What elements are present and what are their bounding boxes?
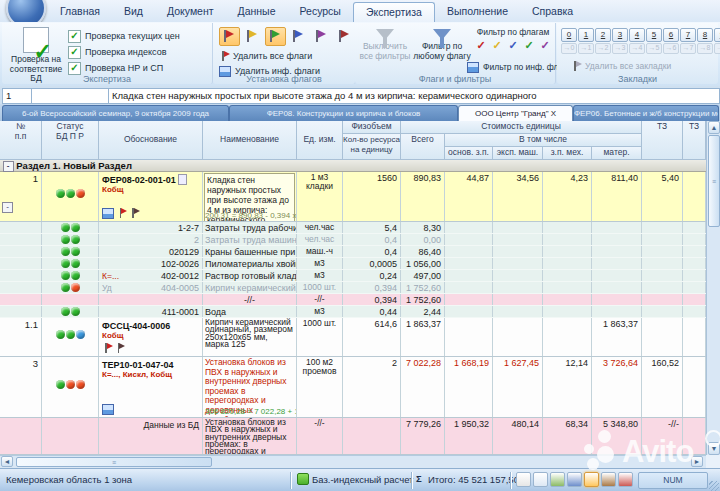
document-tab-2[interactable]: ООО Центр "Гранд" X bbox=[458, 105, 573, 121]
goto-bookmark-button-1[interactable]: →1 bbox=[578, 43, 594, 54]
resource-row[interactable]: 1-2-7Затраты труда рабочих (ср 2,7)чел.ч… bbox=[0, 222, 706, 234]
set-flag-button-5[interactable] bbox=[334, 27, 355, 46]
header-zpm[interactable]: з.п. мех. bbox=[543, 147, 592, 160]
resource-row[interactable]: -//--//-0,3941 752,60 bbox=[0, 294, 706, 306]
goto-bookmark-button-5[interactable]: →5 bbox=[646, 43, 662, 54]
header-justification[interactable]: Обоснование bbox=[99, 121, 203, 160]
edit-bar-value-field[interactable]: Кладка стен наружных простых при высоте … bbox=[108, 88, 720, 104]
goto-bookmark-button-8[interactable]: →8 bbox=[697, 43, 713, 54]
view-mode-icon-4[interactable] bbox=[584, 472, 599, 487]
header-phys-group[interactable]: Физобъем bbox=[343, 121, 401, 134]
filter-by-flags-button[interactable]: Фильтр по флагам bbox=[473, 27, 553, 37]
filter-info-flag-button[interactable]: Фильтр по инф. флагу bbox=[467, 59, 571, 75]
header-cost-group[interactable]: Стоимость единицы bbox=[401, 121, 642, 134]
view-mode-icon-5[interactable] bbox=[601, 472, 616, 487]
goto-bookmark-button-4[interactable]: →4 bbox=[629, 43, 645, 54]
view-mode-icon-2[interactable] bbox=[550, 472, 565, 487]
bookmark-button-5[interactable]: 5 bbox=[646, 28, 662, 42]
ribbon-tab-главная[interactable]: Главная bbox=[48, 2, 112, 22]
ribbon-tab-выполнение[interactable]: Выполнение bbox=[435, 2, 520, 22]
header-ozp[interactable]: основ. з.п. bbox=[445, 147, 493, 160]
ribbon-tab-ресурсы[interactable]: Ресурсы bbox=[288, 2, 353, 22]
set-flag-button-3[interactable] bbox=[288, 27, 309, 46]
bookmark-button-9[interactable]: 9 bbox=[714, 28, 720, 42]
ribbon-tab-экспертиза[interactable]: Экспертиза bbox=[353, 2, 435, 22]
resource-row[interactable]: 102-0026Пиломатериалы хвойных пород. ...… bbox=[0, 258, 706, 270]
estimate-row[interactable]: Данные из БДУстановка блоков из ПВХ в на… bbox=[0, 418, 706, 455]
header-tz[interactable]: ТЗ bbox=[642, 121, 683, 160]
check-current-prices-button[interactable]: ✓ Проверка текущих цен bbox=[68, 28, 180, 44]
header-tz-2[interactable]: ТЗ bbox=[683, 121, 706, 160]
resize-grip[interactable] bbox=[709, 481, 719, 491]
goto-bookmark-button-9[interactable]: →9 bbox=[714, 43, 720, 54]
set-flag-button-1[interactable] bbox=[242, 27, 263, 46]
resource-row[interactable]: 020129Краны башенные при работе на д...м… bbox=[0, 246, 706, 258]
edit-bar-code-field[interactable] bbox=[31, 88, 113, 104]
set-flag-button-4[interactable] bbox=[311, 27, 332, 46]
view-mode-icon-6[interactable] bbox=[618, 472, 633, 487]
goto-bookmark-button-0[interactable]: →0 bbox=[561, 43, 577, 54]
collapse-icon[interactable]: - bbox=[2, 202, 13, 213]
estimate-row[interactable]: 3ТЕР10-01-047-04 К=..., Кискл, КобщУстан… bbox=[0, 357, 706, 418]
header-mat[interactable]: матер. bbox=[592, 147, 642, 160]
check-indexes-button[interactable]: ✓ Проверка индексов bbox=[68, 44, 180, 60]
vertical-scrollbar[interactable]: ▲ ≡ ▼ bbox=[706, 121, 720, 455]
filter-flag-check-2[interactable]: ✓ bbox=[505, 39, 521, 52]
header-status[interactable]: СтатусБД П Р bbox=[42, 121, 99, 160]
view-mode-icon-1[interactable] bbox=[533, 472, 548, 487]
bookmark-button-1[interactable]: 1 bbox=[578, 28, 594, 42]
horizontal-scrollbar[interactable]: ◄ ≡ ► bbox=[0, 455, 706, 468]
collapse-icon[interactable]: - bbox=[3, 161, 14, 172]
estimate-row[interactable]: 1-ФЕР08-02-001-01 Кобщ Кладка стен наруж… bbox=[0, 172, 706, 222]
scroll-left-icon[interactable]: ◄ bbox=[1, 456, 13, 467]
bookmark-button-7[interactable]: 7 bbox=[680, 28, 696, 42]
document-tab-0[interactable]: 6-ой Всероссийский семинар, 9 октября 20… bbox=[2, 105, 229, 121]
scroll-right-icon[interactable]: ► bbox=[691, 456, 703, 467]
scroll-down-icon[interactable]: ▼ bbox=[708, 442, 720, 455]
goto-bookmark-button-7[interactable]: →7 bbox=[680, 43, 696, 54]
view-mode-icon-0[interactable] bbox=[516, 472, 531, 487]
filter-flag-check-1[interactable]: ✓ bbox=[489, 39, 505, 52]
document-tab-1[interactable]: ФЕР08. Конструкции из кирпича и блоков bbox=[229, 105, 458, 121]
header-including[interactable]: В том числе bbox=[445, 134, 642, 147]
clear-filters-button[interactable]: Выключить все фильтры bbox=[359, 29, 411, 61]
section-row[interactable]: - Раздел 1. Новый Раздел bbox=[0, 160, 706, 172]
resource-row[interactable]: К=... 402-0012Раствор готовый кладочный … bbox=[0, 270, 706, 282]
filter-flag-check-0[interactable]: ✓ bbox=[473, 39, 489, 52]
bookmark-button-0[interactable]: 0 bbox=[561, 28, 577, 42]
bookmark-button-4[interactable]: 4 bbox=[629, 28, 645, 42]
goto-bookmark-button-2[interactable]: →2 bbox=[595, 43, 611, 54]
goto-bookmark-button-3[interactable]: →3 bbox=[612, 43, 628, 54]
delete-all-bookmarks-button[interactable]: Удалить все закладки bbox=[571, 58, 671, 74]
header-unit[interactable]: Ед. изм. bbox=[297, 121, 343, 160]
view-mode-icon-3[interactable] bbox=[567, 472, 582, 487]
scroll-up-icon[interactable]: ▲ bbox=[708, 121, 720, 134]
header-total[interactable]: Всего bbox=[401, 134, 445, 160]
ribbon-tab-справка[interactable]: Справка bbox=[520, 2, 585, 22]
bookmark-button-2[interactable]: 2 bbox=[595, 28, 611, 42]
delete-all-flags-button[interactable]: Удалить все флаги bbox=[219, 48, 312, 64]
set-flag-button-2[interactable] bbox=[265, 27, 286, 46]
document-tab-3[interactable]: ФЕР06. Бетонные и ж/б конструкции моноли… bbox=[573, 105, 719, 121]
bookmark-button-8[interactable]: 8 bbox=[697, 28, 713, 42]
resource-row[interactable]: 411-0001Водам30,442,44 bbox=[0, 306, 706, 318]
header-name[interactable]: Наименование bbox=[203, 121, 297, 160]
goto-bookmark-button-6[interactable]: →6 bbox=[663, 43, 679, 54]
ribbon-tab-документ[interactable]: Документ bbox=[155, 2, 226, 22]
ribbon-tab-данные[interactable]: Данные bbox=[226, 2, 288, 22]
horizontal-scroll-thumb[interactable]: ≡ bbox=[16, 457, 212, 467]
resource-row[interactable]: 2Затраты труда машинистовчел.час0,40,00 bbox=[0, 234, 706, 246]
filter-flag-check-3[interactable]: ✓ bbox=[521, 39, 537, 52]
bookmark-button-3[interactable]: 3 bbox=[612, 28, 628, 42]
vertical-scroll-thumb[interactable]: ≡ bbox=[708, 135, 720, 227]
bookmark-button-6[interactable]: 6 bbox=[663, 28, 679, 42]
header-num[interactable]: №п.п bbox=[0, 121, 42, 160]
header-em[interactable]: эксп. маш. bbox=[493, 147, 543, 160]
calc-mode-label[interactable]: Баз.-индексный расчет bbox=[312, 474, 413, 485]
estimate-row[interactable]: 1.1ФССЦ-404-0006 Кобщ Кирпич керамически… bbox=[0, 318, 706, 357]
resource-row[interactable]: Уд 404-0005Кирпич керамический одинарный… bbox=[0, 282, 706, 294]
filter-any-flag-button[interactable]: Фильтр по любому флагу bbox=[413, 29, 471, 61]
filter-flag-check-4[interactable]: ✓ bbox=[537, 39, 553, 52]
set-flag-button-0[interactable] bbox=[219, 27, 240, 46]
header-qty[interactable]: Кол-во ресурсана единицу bbox=[343, 134, 401, 160]
